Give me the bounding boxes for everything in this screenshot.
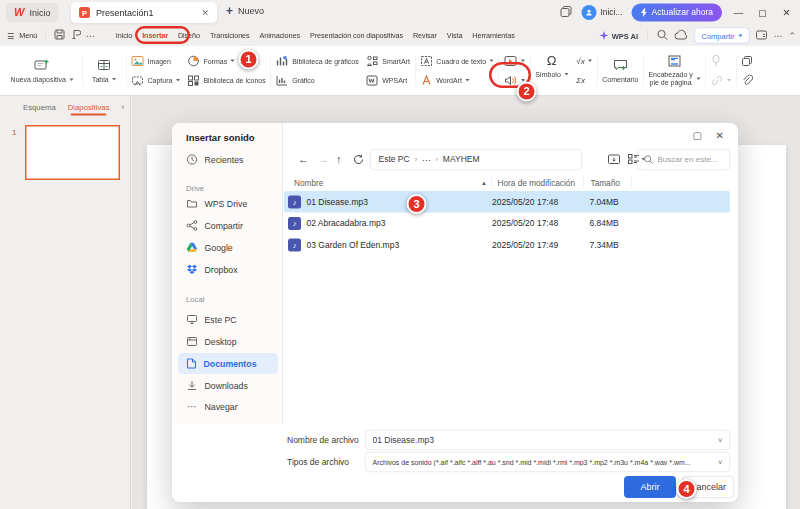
file-row-abracadabra[interactable]: ♪02 Abracadabra.mp3 2025/05/20 17:48 6.8…: [284, 213, 730, 235]
chart-library-button[interactable]: Biblioteca de gráficos: [276, 53, 359, 68]
menu-inicio[interactable]: Inicio: [116, 32, 132, 40]
sidebar-dropbox[interactable]: Dropbox: [178, 259, 278, 280]
link-button[interactable]: [710, 73, 731, 88]
breadcrumb-separator: ›: [436, 156, 438, 164]
mp3-file-icon: ♪: [288, 217, 301, 230]
table-button[interactable]: Tabla: [92, 58, 116, 83]
sidebar-compartir[interactable]: Compartir: [178, 215, 278, 236]
menu-herramientas[interactable]: Herramientas: [472, 32, 514, 40]
breadcrumb[interactable]: Este PC › ⋯ › MAYHEM: [370, 149, 582, 170]
more-icon[interactable]: ⋯: [86, 30, 95, 41]
breadcrumb-ellipsis[interactable]: ⋯: [422, 154, 431, 165]
refresh-icon[interactable]: [353, 154, 364, 168]
column-modificacion[interactable]: Hora de modificación: [492, 178, 584, 188]
wpsart-button[interactable]: WPSArt: [366, 73, 410, 88]
column-nombre[interactable]: Nombre: [294, 178, 481, 188]
copy-button[interactable]: [741, 53, 754, 68]
menu-vista[interactable]: Vista: [447, 32, 462, 40]
breadcrumb-este-pc[interactable]: Este PC: [379, 155, 410, 165]
text-box-button[interactable]: Cuadro de texto: [420, 53, 494, 68]
up-icon[interactable]: ↑: [336, 153, 342, 166]
google-drive-icon: [186, 242, 198, 253]
chevron-down-icon: ˅: [718, 436, 722, 445]
hamburger-menu-icon[interactable]: ☰: [7, 31, 14, 41]
file-name-label: Nombre de archivo: [287, 435, 359, 445]
table-label: Tabla: [92, 75, 109, 83]
sidebar-downloads[interactable]: Downloads: [178, 375, 278, 396]
attachment-button[interactable]: [741, 73, 754, 88]
wpsart-icon: [366, 74, 379, 86]
menu-button[interactable]: Menú: [19, 32, 37, 40]
close-button[interactable]: ✕: [779, 7, 794, 19]
icon-library-button[interactable]: Biblioteca de iconos: [187, 73, 266, 88]
menu-presentacion[interactable]: Presentación con diapositivas: [310, 32, 403, 40]
titlebar: W Inicio P Presentación1 ✕ + Nuevo Inici…: [0, 0, 800, 25]
menu-transiciones[interactable]: Transiciones: [210, 32, 250, 40]
sidebar-google[interactable]: Google: [178, 237, 278, 258]
menu-animaciones[interactable]: Animaciones: [260, 32, 300, 40]
equation-sigma-button[interactable]: Σx: [576, 73, 592, 88]
sidebar-documentos[interactable]: Documentos: [178, 353, 278, 374]
search-input[interactable]: Buscar en este...: [637, 149, 730, 170]
sidebar-recientes[interactable]: Recientes: [178, 149, 278, 170]
update-now-label: Actualizar ahora: [652, 8, 713, 18]
forward-icon[interactable]: →: [318, 153, 329, 166]
sidebar-downloads-label: Downloads: [205, 380, 248, 391]
save-icon[interactable]: [54, 29, 65, 43]
wps-ai-button[interactable]: WPS AI: [599, 31, 638, 41]
document-tab[interactable]: P Presentación1 ✕: [71, 2, 217, 23]
sidebar-wps-drive[interactable]: WPS Drive: [178, 193, 278, 214]
copy-icon: [741, 55, 754, 67]
wordart-button[interactable]: WordArt: [420, 73, 494, 88]
back-icon[interactable]: ←: [298, 153, 309, 166]
tab-close-icon[interactable]: ✕: [201, 7, 209, 18]
sidebar-navegar[interactable]: ⋯ Navegar: [178, 396, 278, 417]
tab-diapositivas[interactable]: Diapositivas: [68, 103, 110, 112]
file-name: 01 Disease.mp3: [307, 197, 368, 207]
tab-list-icon[interactable]: [559, 5, 572, 20]
capture-icon: [131, 74, 144, 86]
sidebar-desktop[interactable]: Desktop: [178, 331, 278, 352]
symbol-button[interactable]: Ω Símbolo: [535, 53, 568, 88]
collapse-panel-icon[interactable]: ‹: [122, 102, 125, 112]
comment-button[interactable]: Comentario: [602, 58, 638, 83]
file-name-input[interactable]: 01 Disease.mp3 ˅: [365, 430, 730, 450]
smartart-button[interactable]: SmartArt: [366, 53, 410, 68]
more-toolbar-icon[interactable]: ⋯: [773, 30, 782, 41]
header-footer-button[interactable]: Encabezado ypie de página: [648, 54, 700, 86]
file-row-garden[interactable]: ♪03 Garden Of Eden.mp3 2025/05/20 17:49 …: [284, 234, 730, 256]
capture-button[interactable]: Captura: [131, 73, 180, 88]
update-now-button[interactable]: Actualizar ahora: [632, 4, 722, 22]
new-document-button[interactable]: + Nuevo: [226, 5, 264, 17]
new-folder-icon[interactable]: [607, 153, 621, 167]
image-button[interactable]: Imagen: [131, 53, 180, 68]
tab-esquema[interactable]: Esquema: [23, 103, 56, 112]
dialog-close-icon[interactable]: ✕: [716, 129, 724, 141]
column-tamano[interactable]: Tamaño: [584, 178, 632, 188]
chart-library-label: Biblioteca de gráficos: [292, 57, 359, 65]
header-footer-icon: [667, 54, 682, 67]
cloud-sync-icon[interactable]: [675, 29, 689, 42]
new-slide-button[interactable]: Nueva diapositiva: [11, 58, 74, 84]
window-layout-icon[interactable]: [755, 29, 767, 43]
collapse-ribbon-icon[interactable]: ⌃: [788, 30, 796, 41]
open-button[interactable]: Abrir: [624, 476, 676, 498]
sidebar-este-pc[interactable]: Este PC: [178, 309, 278, 330]
account-button[interactable]: Inici...: [581, 5, 622, 20]
print-icon[interactable]: [70, 29, 81, 43]
minimize-button[interactable]: —: [731, 7, 746, 18]
file-row-disease[interactable]: ♪01 Disease.mp3 2025/05/20 17:48 7.04MB: [284, 191, 730, 213]
equation-button[interactable]: √x: [576, 53, 592, 68]
home-tab[interactable]: W Inicio: [6, 3, 58, 22]
breadcrumb-mayhem[interactable]: MAYHEM: [443, 155, 480, 165]
chart-button[interactable]: Gráfico: [276, 73, 359, 88]
slide-thumbnail[interactable]: [25, 125, 120, 180]
search-icon[interactable]: [657, 29, 669, 43]
share-button[interactable]: Compartir: [695, 28, 750, 44]
dialog-maximize-icon[interactable]: ▢: [693, 129, 702, 141]
mp3-file-icon: ♪: [288, 195, 301, 208]
file-type-select[interactable]: Archivos de sonido (*.aif *.aifc *.aiff …: [365, 452, 730, 472]
pin-button[interactable]: [710, 53, 731, 68]
maximize-button[interactable]: ▢: [755, 7, 770, 19]
menu-revisar[interactable]: Revisar: [413, 32, 437, 40]
